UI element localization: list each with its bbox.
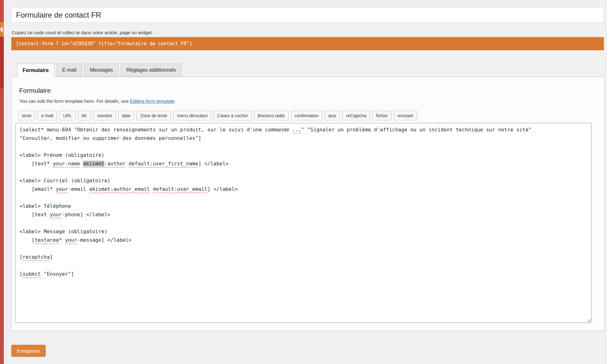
code-line: [text your-phone] </label>: [19, 210, 588, 219]
misspelled-token: akismet: [83, 161, 104, 167]
code-line: [19, 261, 588, 270]
misspelled-token: :author: [104, 161, 125, 167]
panel-heading: Formulaire: [19, 87, 604, 94]
code-text: [150, 186, 153, 192]
panel-description: You can edit the form template here. For…: [19, 98, 604, 104]
tag-button-url[interactable]: URL: [59, 111, 75, 120]
description-period: .: [175, 98, 176, 104]
tag-button-t-l-[interactable]: tél.: [78, 111, 92, 120]
tag-button-zone-de-texte[interactable]: Zone de texte: [136, 111, 171, 120]
code-text: <label> Téléphone: [19, 203, 71, 209]
code-text: "Envoyer"]: [41, 271, 74, 277]
tag-button-cases-cocher[interactable]: Cases à cocher: [214, 111, 252, 120]
code-text: [80, 161, 83, 167]
admin-menu-segment-top: [0, 0, 4, 22]
form-template-editor-content: [select* menu-694 "Obtenir des renseigne…: [19, 125, 588, 278]
code-line: [19, 219, 588, 227]
tab-messages[interactable]: Messages: [84, 63, 119, 77]
tag-generator-buttons: textee-mailURLtél.nombredateZone de text…: [18, 111, 417, 120]
tag-button-envoyer[interactable]: envoyer: [394, 111, 417, 120]
code-line: "Consulter, modifier ou supprimer des do…: [19, 134, 588, 142]
editing-form-template-link[interactable]: Editing form template: [130, 98, 175, 104]
shortcode-text: [contact-form-7 id="d295439" title="Form…: [16, 41, 192, 47]
tag-button-confirmation[interactable]: confirmation: [291, 111, 322, 120]
tag-button-date[interactable]: date: [118, 111, 134, 120]
code-text: [: [19, 254, 23, 260]
code-line: [email* your-email akismet:author_email …: [19, 185, 588, 193]
code-text: [125, 161, 129, 167]
code-line: [19, 168, 588, 176]
code-line: [19, 244, 588, 253]
form-panel: Formulaire You can edit the form templat…: [11, 77, 604, 331]
code-text: <label> Prénom (obligatoire): [19, 152, 104, 158]
tag-button-fichier[interactable]: fichier: [372, 111, 392, 120]
code-text: -phone] </label>: [62, 212, 110, 218]
code-line: [recaptcha]: [19, 253, 588, 261]
code-text: [text: [19, 212, 50, 218]
code-line: <label> Courriel (obligatoire): [19, 176, 588, 185]
misspelled-token: ...: [292, 127, 301, 133]
tag-button-boutons-radio[interactable]: Boutons radio: [254, 111, 288, 120]
code-text: ] </label>: [207, 186, 237, 192]
code-text: -email: [68, 186, 89, 192]
tag-button-nombre[interactable]: nombre: [93, 111, 116, 120]
tag-button-e-mail[interactable]: e-mail: [37, 111, 57, 120]
misspelled-token: akismet:author_email: [89, 186, 150, 192]
tag-button-texte[interactable]: texte: [18, 111, 35, 120]
admin-sidebar-strip: [0, 0, 4, 364]
code-line: [19, 193, 588, 202]
collapse-menu-chevron-icon[interactable]: [0, 26, 3, 33]
tab-formulaire[interactable]: Formulaire: [17, 63, 54, 77]
misspelled-token: textarea: [35, 237, 59, 243]
shortcode-hint: Copiez ce code court et collez-le dans v…: [12, 30, 154, 35]
code-line: [text* your-name akismet:author default:…: [19, 159, 588, 168]
code-text: <label> Message (obligatoire): [19, 229, 107, 234]
resize-grip-icon[interactable]: [587, 318, 591, 322]
tab-bar: FormulaireE-mailMessagesRéglages additio…: [17, 63, 181, 77]
code-text: "Consulter, modifier ou supprimer des do…: [19, 135, 201, 141]
code-text: ] </label>: [198, 161, 228, 167]
code-line: [19, 142, 588, 151]
tag-button-recaptcha[interactable]: reCaptcha: [342, 111, 370, 120]
code-text: *: [59, 237, 65, 243]
description-text: You can edit the form template here. For…: [19, 98, 130, 104]
misspelled-token: default:user_email: [153, 186, 207, 192]
form-template-editor[interactable]: [select* menu-694 "Obtenir des renseigne…: [15, 123, 592, 323]
code-line: <label> Message (obligatoire): [19, 227, 588, 236]
code-line: [textarea* your-message] </label>: [19, 236, 588, 244]
code-text: -message] </label>: [77, 237, 131, 243]
misspelled-token: your-name: [53, 161, 80, 167]
code-line: [select* menu-694 "Obtenir des renseigne…: [19, 125, 588, 134]
code-text: [: [19, 237, 35, 243]
code-line: <label> Téléphone: [19, 202, 588, 210]
code-text: [text*: [19, 161, 53, 167]
tab-e-mail[interactable]: E-mail: [57, 63, 82, 77]
code-text: [select* menu-694 "Obtenir des renseigne…: [19, 127, 292, 133]
tab-reglages-additionnels[interactable]: Réglages additionnels: [121, 63, 181, 77]
code-text: " "Signaler un problème d'affichage ou u…: [301, 127, 532, 133]
save-button[interactable]: Enregistrer: [11, 345, 46, 357]
tag-button-quiz[interactable]: quiz: [325, 111, 340, 120]
misspelled-token: your: [65, 237, 77, 243]
misspelled-token: your: [50, 212, 62, 218]
misspelled-token: recaptcha: [23, 254, 50, 260]
code-line: [submit "Envoyer"]: [19, 270, 588, 278]
code-text: [email*: [19, 186, 56, 192]
tag-button-menu-d-roulant[interactable]: menu déroulant: [173, 111, 211, 120]
admin-menu-segment-dark: [0, 37, 4, 89]
misspelled-token: default:user_first_name: [129, 161, 198, 167]
code-line: <label> Prénom (obligatoire): [19, 151, 588, 159]
code-text: <label> Courriel (obligatoire): [19, 178, 110, 184]
misspelled-token: submit: [23, 271, 41, 277]
shortcode-bar: [contact-form-7 id="d295439" title="Form…: [11, 37, 604, 50]
misspelled-token: your: [56, 186, 68, 192]
code-text: ]: [50, 254, 53, 260]
admin-menu-segment-bottom: [0, 89, 4, 364]
code-text: [: [19, 271, 23, 277]
form-title-input[interactable]: [11, 8, 604, 23]
